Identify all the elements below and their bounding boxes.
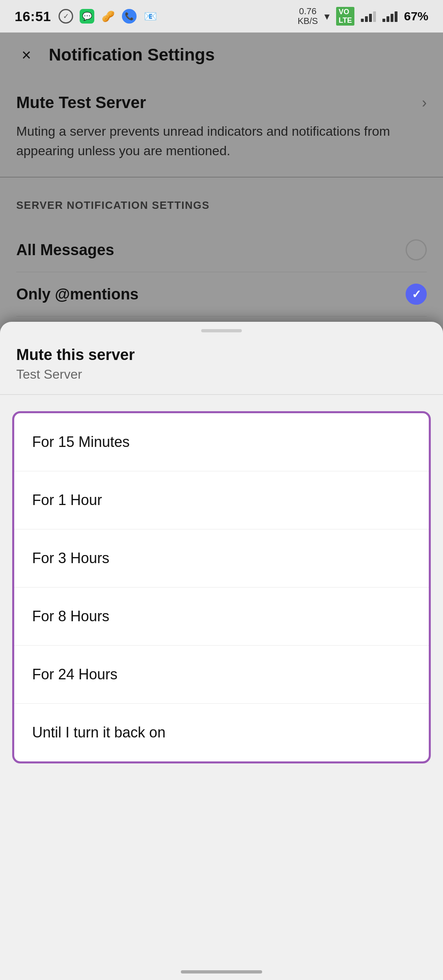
mute-row[interactable]: Mute Test Server › (16, 93, 427, 112)
sheet-title: Mute this server (16, 346, 427, 364)
status-icons: 🥜 📧 (58, 9, 158, 24)
mute-3-hours[interactable]: For 3 Hours (14, 529, 429, 588)
lte-badge: VOLTE (336, 7, 354, 26)
mute-options-list: For 15 Minutes For 1 Hour For 3 Hours Fo… (12, 411, 431, 763)
mute-options-sheet: Mute this server Test Server For 15 Minu… (0, 322, 443, 980)
only-mentions-radio[interactable]: ✓ (406, 284, 427, 305)
status-right: 0.76 KB/S ▾ VOLTE 67% (298, 7, 428, 26)
nut-icon: 🥜 (100, 9, 116, 24)
mute-description: Muting a server prevents unread indicato… (16, 121, 427, 160)
status-time: 16:51 (15, 9, 51, 24)
phone-icon (122, 9, 137, 24)
mute-until-turn-back-on[interactable]: Until I turn it back on (14, 704, 429, 761)
sheet-drag-handle[interactable] (201, 329, 242, 332)
all-messages-radio[interactable] (406, 239, 427, 260)
only-mentions-label: Only @mentions (16, 286, 139, 303)
all-messages-label: All Messages (16, 241, 114, 259)
mute-until-label: Until I turn it back on (32, 724, 165, 741)
status-left: 16:51 🥜 📧 (15, 9, 158, 24)
mute-24-hours[interactable]: For 24 Hours (14, 646, 429, 704)
section-header: SERVER NOTIFICATION SETTINGS (16, 199, 427, 212)
close-button[interactable]: × (16, 45, 37, 65)
mute-server-label: Mute Test Server (16, 93, 146, 112)
mute-1-hour-label: For 1 Hour (32, 492, 102, 508)
page-title: Notification Settings (49, 45, 215, 65)
close-icon: × (22, 47, 31, 63)
mute-15-minutes[interactable]: For 15 Minutes (14, 413, 429, 471)
notif-header: × Notification Settings (0, 33, 443, 77)
mute-3-hours-label: For 3 Hours (32, 550, 109, 566)
wifi-icon: ▾ (324, 10, 330, 23)
mute-8-hours-label: For 8 Hours (32, 608, 109, 624)
mute-8-hours[interactable]: For 8 Hours (14, 588, 429, 646)
mute-1-hour[interactable]: For 1 Hour (14, 471, 429, 529)
chevron-right-icon: › (422, 94, 427, 111)
network-speed: 0.76 KB/S (298, 7, 318, 26)
messages-icon (79, 9, 95, 24)
task-manager-icon (58, 9, 74, 24)
signal-icon-2 (382, 11, 397, 22)
mute-server-section: Mute Test Server › Muting a server preve… (0, 77, 443, 178)
outlook-icon: 📧 (143, 9, 158, 24)
mute-24-hours-label: For 24 Hours (32, 666, 117, 683)
all-messages-option[interactable]: All Messages (16, 228, 427, 272)
home-indicator (181, 970, 262, 973)
only-mentions-option[interactable]: Only @mentions ✓ (16, 272, 427, 317)
sheet-subtitle: Test Server (16, 367, 427, 382)
check-icon: ✓ (412, 288, 421, 301)
battery-indicator: 67% (404, 9, 428, 23)
signal-icon (361, 11, 376, 22)
mute-15-minutes-label: For 15 Minutes (32, 434, 130, 450)
status-bar: 16:51 🥜 📧 0.76 KB/S ▾ VOLTE (0, 0, 443, 33)
sheet-header: Mute this server Test Server (0, 332, 443, 395)
